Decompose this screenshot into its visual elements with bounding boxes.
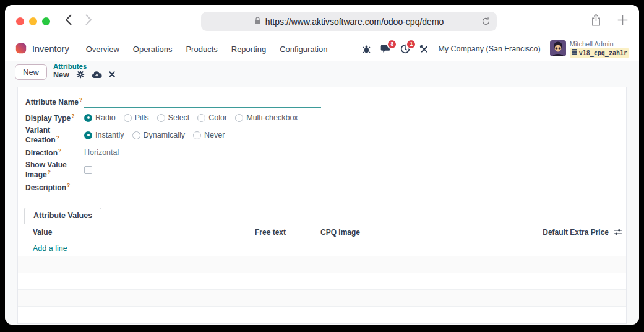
- debug-bug-icon[interactable]: [362, 45, 371, 54]
- gear-icon[interactable]: [76, 70, 85, 81]
- forward-icon[interactable]: [85, 14, 92, 28]
- lock-icon: [254, 17, 261, 27]
- user-menu[interactable]: Mitchell Admin v18_cpq_zah1r: [550, 40, 629, 58]
- optional-columns-icon[interactable]: [609, 229, 626, 235]
- user-name: Mitchell Admin: [570, 40, 629, 48]
- breadcrumb: Attributes New: [53, 63, 115, 81]
- save-cloud-icon[interactable]: [92, 71, 102, 81]
- radio-option-radio[interactable]: Radio: [84, 113, 116, 122]
- radio-selected[interactable]: [84, 131, 92, 139]
- notebook-tabs: Attribute Values: [18, 208, 626, 224]
- breadcrumb-current: New: [53, 71, 69, 80]
- menu-products[interactable]: Products: [180, 42, 223, 57]
- column-header-cpq-image[interactable]: CPQ Image: [311, 228, 515, 237]
- field-attribute-name: Attribute Name?: [18, 94, 626, 110]
- odoo-navbar: Inventory Overview Operations Products R…: [5, 37, 639, 61]
- url-text[interactable]: https://www.aktivsoftware.com/odoo-cpq/d…: [265, 17, 444, 27]
- direction-label: Direction?: [25, 147, 84, 157]
- help-icon[interactable]: ?: [58, 147, 61, 154]
- help-icon[interactable]: ?: [48, 169, 51, 175]
- browser-chrome: https://www.aktivsoftware.com/odoo-cpq/d…: [5, 5, 639, 37]
- menu-operations[interactable]: Operations: [127, 42, 178, 57]
- help-icon[interactable]: ?: [79, 97, 82, 103]
- attribute-name-input[interactable]: [85, 96, 321, 107]
- back-icon[interactable]: [65, 14, 72, 28]
- field-show-value-image: Show Value Image?: [18, 160, 626, 179]
- column-header-free-text[interactable]: Free text: [255, 228, 311, 237]
- url-bar[interactable]: https://www.aktivsoftware.com/odoo-cpq/d…: [201, 12, 497, 31]
- radio-option-dynamically[interactable]: Dynamically: [132, 131, 185, 139]
- variant-creation-radio-group: Instantly Dynamically Never: [84, 131, 225, 139]
- new-tab-icon[interactable]: [617, 15, 628, 28]
- values-table-header: Value Free text CPQ Image Default Extra …: [18, 224, 626, 240]
- direction-value[interactable]: Horizontal: [84, 148, 119, 157]
- tools-icon[interactable]: [419, 45, 429, 54]
- help-icon[interactable]: ?: [71, 113, 74, 119]
- share-icon[interactable]: [591, 14, 601, 29]
- menu-reporting[interactable]: Reporting: [226, 42, 272, 57]
- browser-window: https://www.aktivsoftware.com/odoo-cpq/d…: [5, 5, 639, 325]
- radio-option-color[interactable]: Color: [197, 113, 227, 122]
- radio-option-never[interactable]: Never: [193, 131, 225, 139]
- close-window-button[interactable]: [16, 17, 24, 25]
- messages-icon[interactable]: 8: [380, 44, 391, 54]
- radio-option-pills[interactable]: Pills: [124, 113, 149, 122]
- messages-badge: 8: [388, 40, 396, 48]
- field-display-type: Display Type? Radio Pills Select Color M…: [18, 110, 626, 126]
- activities-clock-icon[interactable]: 1: [400, 44, 410, 54]
- empty-row: [18, 256, 626, 273]
- field-direction: Direction? Horizontal: [18, 144, 626, 160]
- database-icon: [572, 49, 577, 57]
- control-panel: New Attributes New: [5, 61, 639, 83]
- app-switcher[interactable]: Inventory: [15, 42, 69, 56]
- inventory-app-icon: [15, 42, 27, 56]
- empty-row: [18, 307, 626, 323]
- description-label: Description?: [25, 182, 84, 192]
- notebook: Attribute Values Value Free text CPQ Ima…: [18, 208, 626, 323]
- form-view: Attribute Name? Display Type? Radio Pill…: [5, 83, 639, 325]
- column-header-value[interactable]: Value: [18, 228, 255, 237]
- display-type-radio-group: Radio Pills Select Color Multi-checkbox: [84, 113, 298, 122]
- tab-attribute-values[interactable]: Attribute Values: [24, 208, 101, 224]
- empty-row: [18, 273, 626, 290]
- column-header-default-extra-price[interactable]: Default Extra Price: [515, 228, 609, 237]
- menu-overview[interactable]: Overview: [80, 42, 125, 57]
- attribute-name-input-wrap: [84, 95, 321, 108]
- show-value-image-checkbox[interactable]: [84, 166, 92, 174]
- reload-icon[interactable]: [481, 17, 491, 28]
- zoom-window-button[interactable]: [42, 17, 50, 25]
- radio-option-multi-checkbox[interactable]: Multi-checkbox: [235, 113, 298, 122]
- company-switcher[interactable]: My Company (San Francisco): [438, 45, 540, 53]
- field-variant-creation: Variant Creation? Instantly Dynamically …: [18, 126, 626, 144]
- empty-row: [18, 290, 626, 307]
- display-type-label: Display Type?: [25, 113, 84, 123]
- breadcrumb-attributes-link[interactable]: Attributes: [53, 63, 115, 71]
- activities-badge: 1: [407, 40, 415, 48]
- show-value-image-label: Show Value Image?: [25, 160, 84, 179]
- app-name[interactable]: Inventory: [32, 44, 69, 54]
- discard-x-icon[interactable]: [109, 71, 115, 80]
- radio-option-select[interactable]: Select: [157, 113, 190, 122]
- radio-option-instantly[interactable]: Instantly: [84, 131, 124, 139]
- field-description: Description?: [18, 179, 626, 195]
- help-icon[interactable]: ?: [56, 134, 59, 141]
- attribute-name-label: Attribute Name?: [25, 97, 84, 107]
- database-badge: v18_cpq_zah1r: [570, 48, 629, 58]
- help-icon[interactable]: ?: [67, 182, 70, 188]
- add-a-line-link[interactable]: Add a line: [18, 240, 626, 256]
- database-name: v18_cpq_zah1r: [579, 50, 627, 57]
- window-controls: [16, 17, 50, 25]
- radio-selected[interactable]: [84, 114, 92, 122]
- avatar: [550, 40, 566, 58]
- main-menu: Overview Operations Products Reporting C…: [80, 42, 333, 57]
- minimize-window-button[interactable]: [29, 17, 37, 25]
- form-sheet: Attribute Name? Display Type? Radio Pill…: [17, 87, 627, 324]
- variant-creation-label: Variant Creation?: [25, 126, 84, 144]
- menu-configuration[interactable]: Configuration: [274, 42, 333, 57]
- new-record-button[interactable]: New: [15, 64, 47, 80]
